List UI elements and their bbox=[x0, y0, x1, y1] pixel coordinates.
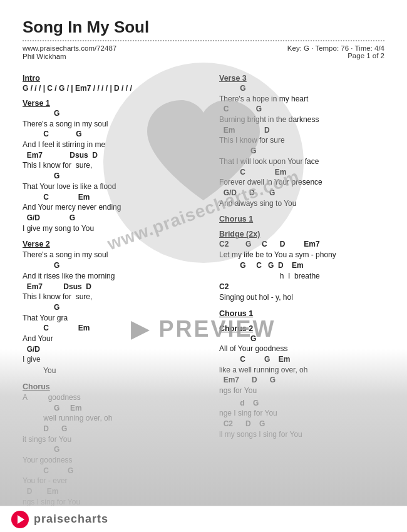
chorus1-right2-label: Chorus 1 bbox=[219, 309, 382, 318]
bridge-lines: C2 G C D Em7Let my life be to You a sym … bbox=[219, 240, 382, 302]
key-tempo-time: Key: G · Tempo: 76 · Time: 4/4 bbox=[287, 44, 384, 52]
verse3-lines: GThere's a hope in my heart C GBurning b… bbox=[219, 84, 382, 208]
url: www.praisecharts.com/72487 bbox=[23, 44, 116, 52]
intro-content: G / / / | C / G / | Em7 / / / / | D / / … bbox=[23, 84, 204, 93]
page-number: Page 1 of 2 bbox=[287, 52, 384, 59]
chorus1-right-label: Chorus 1 bbox=[219, 215, 382, 223]
verse1-label: Verse 1 bbox=[23, 99, 204, 108]
meta-left: www.praisecharts.com/72487 Phil Wickham bbox=[23, 44, 116, 60]
bridge-label: Bridge (2x) bbox=[219, 230, 382, 238]
brand-label: praisecharts bbox=[34, 513, 108, 526]
intro-label: Intro bbox=[23, 74, 204, 83]
chorus2-right-label: Chorus 2 bbox=[219, 324, 382, 333]
separator bbox=[23, 40, 384, 41]
verse2-label: Verse 2 bbox=[23, 240, 204, 248]
song-title: Song In My Soul bbox=[23, 18, 384, 37]
bottom-bar: praisecharts bbox=[0, 506, 407, 532]
verse1-lines: GThere's a song in my soul C GAnd I feel… bbox=[23, 109, 204, 233]
play-button[interactable] bbox=[11, 511, 29, 528]
author: Phil Wickham bbox=[23, 53, 116, 60]
meta-right: Key: G · Tempo: 76 · Time: 4/4 Page 1 of… bbox=[287, 44, 384, 60]
page: Song In My Soul www.praisecharts.com/724… bbox=[0, 0, 407, 532]
verse3-label: Verse 3 bbox=[219, 74, 382, 83]
fade-overlay bbox=[0, 349, 407, 506]
meta-row: www.praisecharts.com/72487 Phil Wickham … bbox=[23, 44, 384, 60]
play-icon-triangle bbox=[18, 515, 24, 524]
